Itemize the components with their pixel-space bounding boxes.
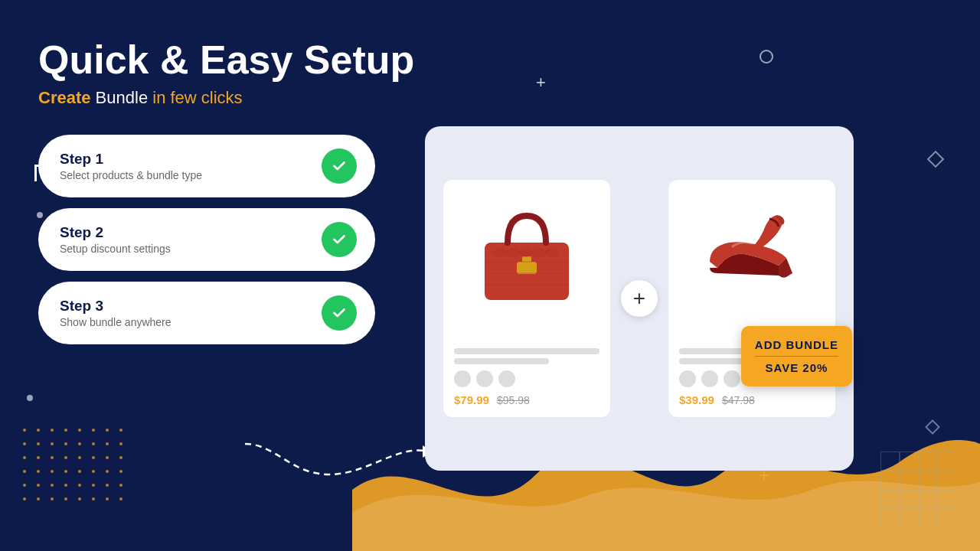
product2-color2 — [701, 370, 718, 387]
product2-card: $39.99 $47.98 ADD BUNDLE SAVE 20% — [668, 180, 835, 417]
add-bundle-divider — [755, 356, 838, 357]
svg-point-11 — [545, 248, 559, 257]
product2-color1 — [679, 370, 696, 387]
deco-circle-top-right-icon — [760, 50, 773, 64]
add-bundle-button[interactable]: ADD BUNDLE SAVE 20% — [741, 326, 852, 386]
subtitle-bundle-word: Bundle — [96, 88, 149, 107]
svg-point-10 — [532, 248, 546, 257]
dot-grid-decoration — [23, 429, 127, 505]
step1-text: Step 1 Select products & bundle type — [60, 151, 202, 181]
product1-color2 — [476, 370, 493, 387]
subtitle-in-few-clicks: in few clicks — [152, 88, 242, 107]
step2-card: Step 2 Setup discount settings — [38, 208, 375, 271]
product1-line1 — [454, 348, 599, 354]
step2-description: Setup discount settings — [60, 243, 171, 255]
step2-check-circle — [322, 222, 357, 257]
step3-description: Show bundle anywhere — [60, 316, 172, 328]
step2-title: Step 2 — [60, 224, 171, 241]
svg-rect-3 — [522, 256, 531, 264]
subtitle: Create Bundle in few clicks — [38, 88, 421, 108]
product1-color-circles — [454, 370, 599, 387]
svg-point-9 — [519, 248, 533, 257]
step1-check-icon — [331, 158, 348, 174]
step2-check-icon — [331, 231, 348, 248]
product1-original-price: $95.98 — [497, 394, 530, 406]
step3-card: Step 3 Show bundle anywhere — [38, 282, 375, 344]
step3-text: Step 3 Show bundle anywhere — [60, 298, 172, 328]
product1-line2 — [454, 358, 549, 364]
plus-button[interactable]: + — [621, 280, 658, 317]
dashed-arrow-decoration — [230, 429, 444, 490]
heels-icon — [702, 208, 802, 300]
product1-card: $79.99 $95.98 — [443, 180, 610, 417]
page-title: Quick & Easy Setup — [38, 38, 421, 82]
product1-image — [454, 191, 599, 317]
svg-point-7 — [493, 248, 507, 257]
step1-check-circle — [322, 148, 357, 184]
deco-dot-step3 — [27, 395, 33, 401]
product1-price-row: $79.99 $95.98 — [454, 393, 599, 406]
grid-decoration — [880, 452, 957, 528]
step3-check-circle — [322, 295, 357, 331]
step2-text: Step 2 Setup discount settings — [60, 224, 171, 255]
product2-price-row: $39.99 $47.98 — [679, 393, 825, 406]
product2-current-price: $39.99 — [679, 393, 714, 406]
product2-color3 — [724, 370, 740, 387]
product-showcase-panel: $79.99 $95.98 + — [425, 126, 854, 471]
deco-plus-center-icon: + — [536, 73, 546, 93]
left-content: Quick & Easy Setup Create Bundle in few … — [38, 38, 421, 344]
subtitle-create: Create — [38, 88, 90, 107]
product1-current-price: $79.99 — [454, 393, 489, 406]
step1-card: Step 1 Select products & bundle type — [38, 135, 375, 197]
product2-original-price: $47.98 — [722, 394, 755, 406]
svg-point-8 — [506, 248, 520, 257]
product1-color1 — [454, 370, 471, 387]
step3-check-icon — [331, 305, 348, 321]
products-row: $79.99 $95.98 + — [443, 143, 835, 454]
save-20-label: SAVE 20% — [755, 361, 838, 374]
product2-image — [679, 191, 825, 317]
steps-container: Step 1 Select products & bundle type Ste… — [38, 135, 421, 344]
step1-description: Select products & bundle type — [60, 169, 202, 181]
add-bundle-label: ADD BUNDLE — [755, 338, 838, 351]
step1-title: Step 1 — [60, 151, 202, 168]
handbag-icon — [473, 201, 580, 308]
product1-color3 — [498, 370, 515, 387]
product1-details: $79.99 $95.98 — [454, 348, 599, 406]
step3-title: Step 3 — [60, 298, 172, 315]
